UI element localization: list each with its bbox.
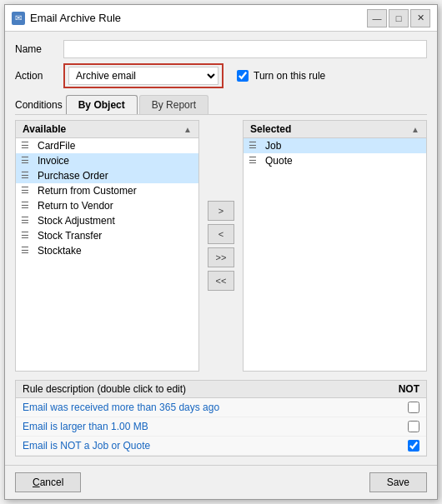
item-icon: ☰ — [21, 245, 33, 257]
title-bar-left: ✉ Email Archive Rule — [12, 12, 121, 25]
rule-not-checkbox-2[interactable] — [408, 421, 419, 432]
item-label: CardFile — [38, 140, 75, 152]
rule-desc-item: Email is larger than 1.00 MB — [16, 417, 426, 437]
cancel-underline: Cancel — [33, 477, 63, 488]
available-list-body: ☰ CardFile ☰ Invoice ☰ Purchase Order ☰ … — [16, 138, 198, 371]
item-icon: ☰ — [21, 215, 33, 227]
item-label: Return from Customer — [38, 185, 137, 197]
turn-on-label: Turn on this rule — [254, 70, 325, 82]
list-item[interactable]: ☰ Invoice — [16, 153, 198, 168]
list-item[interactable]: ☰ Stock Adjustment — [16, 213, 198, 228]
list-item[interactable]: ☰ Return from Customer — [16, 183, 198, 198]
list-item[interactable]: ☰ Return to Vendor — [16, 198, 198, 213]
rule-description-area: Rule description (double click to edit) … — [15, 380, 427, 457]
item-label: Stock Transfer — [38, 230, 102, 242]
footer: Cancel Save — [5, 465, 437, 499]
rule-not-checkbox-3[interactable] — [408, 440, 419, 452]
cancel-button[interactable]: Cancel — [15, 472, 81, 492]
item-icon: ☰ — [249, 140, 260, 152]
action-label: Action — [15, 70, 57, 82]
turn-on-row: Turn on this rule — [237, 70, 325, 82]
content-area: Name Action Archive email Delete email M… — [5, 32, 437, 465]
available-sort-icon: ▲ — [183, 125, 192, 134]
list-item[interactable]: ☰ Purchase Order — [16, 168, 198, 183]
close-button[interactable]: ✕ — [410, 9, 430, 27]
tab-by-report[interactable]: By Report — [139, 95, 208, 114]
item-label: Job — [265, 140, 281, 152]
action-box: Archive email Delete email Move email — [63, 63, 224, 88]
rule-desc-item: Email is NOT a Job or Quote — [16, 437, 426, 456]
title-controls: — □ ✕ — [367, 9, 430, 27]
available-header: Available ▲ — [16, 121, 198, 138]
item-label: Quote — [265, 155, 293, 167]
list-item[interactable]: ☰ Quote — [244, 153, 426, 168]
item-icon: ☰ — [21, 185, 33, 197]
item-label: Purchase Order — [38, 170, 108, 182]
window-icon: ✉ — [12, 12, 25, 25]
available-list-panel: Available ▲ ☰ CardFile ☰ Invoice ☰ Purch… — [15, 120, 199, 372]
rule-desc-text-1[interactable]: Email was received more than 365 days ag… — [23, 402, 219, 413]
minimize-button[interactable]: — — [367, 9, 387, 27]
selected-header-text: Selected — [250, 123, 291, 135]
item-icon: ☰ — [21, 200, 33, 212]
list-item[interactable]: ☰ Stock Transfer — [16, 228, 198, 243]
move-right-button[interactable]: > — [208, 201, 234, 221]
conditions-area: Available ▲ ☰ CardFile ☰ Invoice ☰ Purch… — [15, 120, 427, 372]
name-row: Name — [15, 40, 427, 58]
not-header: NOT — [399, 383, 419, 395]
available-header-text: Available — [23, 123, 66, 135]
move-left-button[interactable]: < — [208, 224, 234, 244]
save-button[interactable]: Save — [369, 472, 427, 492]
action-row: Action Archive email Delete email Move e… — [15, 63, 427, 88]
selected-header: Selected ▲ — [244, 121, 426, 138]
rule-desc-item: Email was received more than 365 days ag… — [16, 398, 426, 417]
selected-list-panel: Selected ▲ ☰ Job ☰ Quote — [243, 120, 427, 372]
rule-desc-header-text: Rule description (double click to edit) — [23, 383, 186, 395]
rule-not-checkbox-1[interactable] — [408, 402, 419, 413]
selected-list-body: ☰ Job ☰ Quote — [244, 138, 426, 371]
list-item[interactable]: ☰ Stocktake — [16, 243, 198, 258]
tabs-row: Conditions By Object By Report — [15, 95, 427, 115]
main-window: ✉ Email Archive Rule — □ ✕ Name Action A… — [4, 4, 438, 500]
name-label: Name — [15, 43, 57, 55]
selected-sort-icon: ▲ — [411, 125, 419, 134]
rule-desc-text-2[interactable]: Email is larger than 1.00 MB — [23, 421, 148, 432]
list-item[interactable]: ☰ Job — [244, 138, 426, 153]
rule-desc-header: Rule description (double click to edit) … — [16, 381, 426, 398]
transfer-buttons: > < >> << — [204, 120, 238, 372]
item-label: Stocktake — [38, 245, 82, 257]
item-icon: ☰ — [21, 230, 33, 242]
title-bar: ✉ Email Archive Rule — □ ✕ — [5, 5, 437, 32]
move-all-right-button[interactable]: >> — [208, 247, 234, 267]
item-label: Return to Vendor — [38, 200, 113, 212]
turn-on-checkbox[interactable] — [237, 70, 249, 82]
item-label: Stock Adjustment — [38, 215, 115, 227]
item-icon: ☰ — [249, 155, 260, 167]
item-icon: ☰ — [21, 155, 33, 167]
action-select[interactable]: Archive email Delete email Move email — [68, 67, 218, 85]
move-all-left-button[interactable]: << — [208, 271, 234, 291]
item-label: Invoice — [38, 155, 69, 167]
name-input[interactable] — [63, 40, 427, 58]
maximize-button[interactable]: □ — [389, 9, 409, 27]
tab-by-object[interactable]: By Object — [66, 95, 138, 114]
window-title: Email Archive Rule — [30, 12, 121, 24]
item-icon: ☰ — [21, 170, 33, 182]
conditions-label: Conditions — [15, 96, 63, 114]
rule-desc-text-3[interactable]: Email is NOT a Job or Quote — [23, 440, 150, 452]
list-item[interactable]: ☰ CardFile — [16, 138, 198, 153]
item-icon: ☰ — [21, 140, 33, 152]
